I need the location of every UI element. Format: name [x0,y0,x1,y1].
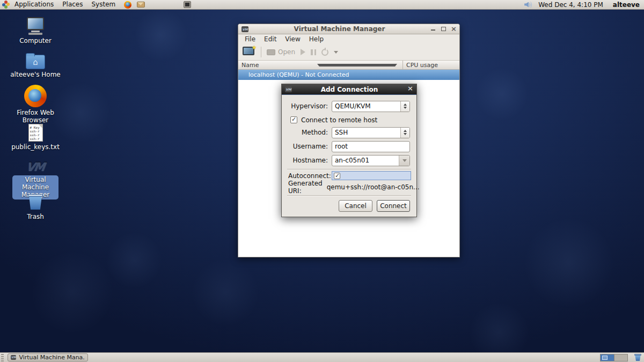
username-applet[interactable]: alteeve [613,1,640,9]
separator [287,195,411,196]
username-row: Username: root [288,141,410,152]
terminal-window-icon[interactable] [184,1,191,8]
trash-icon [27,194,43,211]
hostname-label: Hostname: [288,157,332,164]
dialog-titlebar[interactable]: VM Add Connection [282,84,416,95]
username-input[interactable]: root [332,141,410,152]
taskbar-button-label: Virtual Machine Mana... [19,354,85,361]
desktop-icon-label: Firefox Web Browser [14,109,56,124]
minimize-button[interactable] [430,26,436,32]
shutdown-vm-button[interactable] [321,49,328,56]
column-header-name[interactable]: Name [238,61,403,69]
connection-row-label: localhost (QEMU) - Not Connected [248,71,349,78]
menu-system[interactable]: System [87,0,120,10]
desktop: Applications Places System Wed Dec 4, 4:… [0,0,644,362]
desktop-icon-label: Trash [27,213,44,221]
vmm-window-title: Virtual Machine Manager [248,25,430,33]
vmm-menubar: File Edit View Help [238,34,459,44]
column-cpu-label: CPU usage [406,62,438,69]
generated-uri-value: qemu+ssh://root@an-c05n... [327,183,420,191]
spinner-arrows-icon[interactable] [400,101,409,112]
text-file-icon: # Key ssh-r ssh-r ssh-r [28,124,43,142]
gnome-logo-icon[interactable] [2,1,10,9]
dialog-body: Hypervisor: QEMU/KVM Connect to remote h… [282,95,416,217]
open-button-label: Open [278,48,295,56]
star-icon: ★ [252,45,257,50]
method-value: SSH [332,129,400,136]
pause-vm-button[interactable] [311,49,316,55]
bottom-panel: VM Virtual Machine Mana... [0,352,644,362]
new-vm-button[interactable]: ★ [243,47,255,57]
close-button[interactable] [451,26,456,32]
add-connection-dialog: VM Add Connection Hypervisor: QEMU/KVM C… [281,84,417,217]
hypervisor-select[interactable]: QEMU/KVM [332,101,410,112]
file-line: ssh-r [30,137,42,141]
clock[interactable]: Wed Dec 4, 4:10 PM [538,1,603,9]
shutdown-dropdown-caret[interactable] [334,51,338,54]
menu-applications[interactable]: Applications [10,0,58,10]
open-button[interactable]: Open [267,48,295,56]
vmm-titlebar[interactable]: VM Virtual Machine Manager [238,24,459,34]
hostname-row: Hostname: an-c05n01 [288,154,410,166]
method-select[interactable]: SSH [332,127,410,138]
desktop-icon-label: alteeve's Home [10,71,60,79]
desktop-icon-computer[interactable]: Computer [10,17,61,45]
spinner-arrows-icon[interactable] [400,128,409,138]
run-vm-button[interactable] [301,49,305,55]
menu-view[interactable]: View [281,35,304,43]
username-value: root [332,143,409,150]
maximize-button[interactable] [441,26,446,32]
desktop-icon-label: Computer [19,38,52,45]
username-label: Username: [288,143,332,150]
cancel-button[interactable]: Cancel [339,200,372,212]
hypervisor-row: Hypervisor: QEMU/KVM [288,100,410,112]
menu-places[interactable]: Places [58,0,87,10]
dialog-close-icon[interactable] [407,86,413,93]
chevron-down-icon[interactable] [399,156,409,166]
hostname-value: an-c05n01 [332,157,399,164]
desktop-icon-home[interactable]: ⌂ alteeve's Home [10,55,61,79]
autoconnect-checkbox[interactable] [334,173,340,179]
workspace-2[interactable] [614,354,627,361]
file-line: ssh-r [30,133,42,137]
menu-file[interactable]: File [240,35,260,43]
column-header-cpu[interactable]: CPU usage [403,61,459,69]
autoconnect-label: Autoconnect: [288,172,331,180]
generated-uri-row: Generated URI: qemu+ssh://root@an-c05n..… [288,183,410,191]
monitor-icon [267,49,275,55]
firefox-launcher-icon[interactable] [124,1,131,9]
computer-icon [25,17,46,35]
workspace-1[interactable] [601,354,614,361]
method-row: Method: SSH [288,127,410,138]
connection-row-localhost[interactable]: localhost (QEMU) - Not Connected [238,70,459,80]
dialog-window-icon: VM [285,86,292,92]
desktop-icon-trash[interactable]: Trash [10,194,61,221]
hypervisor-value: QEMU/KVM [332,102,400,110]
menu-help[interactable]: Help [305,35,328,43]
desktop-icon-firefox[interactable]: Firefox Web Browser [10,85,61,124]
remote-host-label: Connect to remote host [301,116,377,124]
panel-drag-handle[interactable] [1,354,4,361]
workspace-switcher [600,354,628,361]
method-label: Method: [288,129,332,136]
dialog-title: Add Connection [292,86,407,93]
sort-caret-icon [317,64,397,67]
mail-launcher-icon[interactable] [137,2,145,8]
separator [287,169,411,170]
firefox-icon [24,85,47,107]
vmm-window-icon: VM [11,355,16,360]
hostname-combo-input[interactable]: an-c05n01 [332,155,410,166]
volume-icon[interactable] [524,2,532,8]
trash-applet-icon[interactable] [634,354,641,361]
remote-host-checkbox[interactable] [290,116,297,123]
file-line: ssh-r [30,129,42,133]
vmm-toolbar: ★ Open [238,44,459,61]
autoconnect-field[interactable] [332,171,411,180]
desktop-icon-public-keys[interactable]: # Key ssh-r ssh-r ssh-r public_keys.txt [10,124,61,151]
taskbar-vmm-button[interactable]: VM Virtual Machine Mana... [8,353,88,361]
connect-button[interactable]: Connect [377,200,410,212]
file-line: # Key [30,125,42,129]
vmm-window-icon: VM [241,26,248,32]
menu-edit[interactable]: Edit [260,35,281,43]
column-name-label: Name [241,62,317,69]
